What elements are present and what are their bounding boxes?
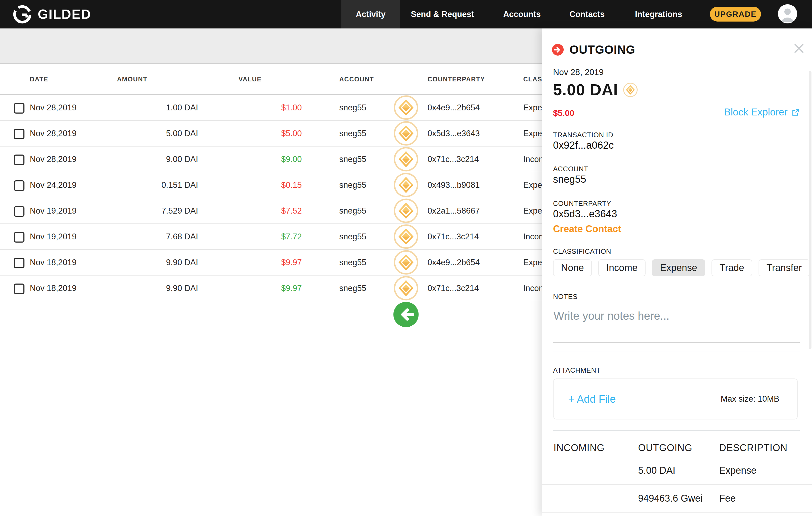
account-value: sneg55: [553, 174, 586, 185]
counterparty-label: COUNTERPARTY: [553, 199, 611, 208]
ledger-col-description: DESCRIPTION: [719, 440, 787, 456]
panel-scrollbar[interactable]: [809, 71, 811, 349]
cell-date: Nov 18,2019: [30, 276, 77, 301]
attachment-dropzone[interactable]: + Add File Max size: 10MB: [553, 378, 798, 420]
cell-amount: 7.529 DAI: [106, 198, 198, 223]
ledger-outgoing-cell: 5.00 DAI: [638, 457, 675, 484]
ledger-col-incoming: INCOMING: [554, 440, 605, 456]
transaction-detail-panel: OUTGOING Nov 28, 2019 5.00 DAI $5.00 Blo…: [542, 28, 812, 516]
panel-date: Nov 28, 2019: [553, 67, 604, 77]
cell-account: sneg55: [339, 250, 367, 275]
notes-underline: [553, 342, 800, 343]
cell-counterparty: 0x2a1...58667: [428, 198, 480, 223]
classification-chip-expense[interactable]: Expense: [652, 259, 705, 276]
nav-tab-integrations[interactable]: Integrations: [631, 0, 687, 28]
cell-counterparty: 0x71c...3c214: [428, 147, 479, 172]
external-link-icon: [791, 108, 800, 116]
user-avatar[interactable]: [778, 4, 797, 23]
classification-chip-none[interactable]: None: [553, 259, 592, 276]
ledger-outgoing-cell: 949463.6 Gwei: [638, 485, 702, 512]
notes-input[interactable]: [553, 309, 800, 341]
transaction-id-value: 0x92f...a062c: [553, 140, 614, 151]
row-checkbox[interactable]: [14, 103, 25, 114]
cell-amount: 1.00 DAI: [106, 95, 198, 120]
cell-counterparty: 0x4e9...2b654: [428, 250, 480, 275]
upgrade-button[interactable]: UPGRADE: [710, 7, 761, 22]
row-checkbox[interactable]: [14, 206, 25, 217]
cell-value: $9.97: [249, 250, 302, 275]
panel-amount-row: 5.00 DAI: [553, 81, 638, 99]
cell-amount: 0.151 DAI: [106, 172, 198, 198]
col-header-counterparty: COUNTERPARTY: [428, 64, 485, 94]
notes-label: NOTES: [553, 293, 578, 301]
top-nav: GILDED Activity Send & Request Accounts …: [0, 0, 812, 28]
classification-chip-transfer[interactable]: Transfer: [759, 259, 810, 276]
nav-tab-activity[interactable]: Activity: [341, 0, 400, 28]
nav-tab-accounts[interactable]: Accounts: [499, 0, 545, 28]
col-header-date: DATE: [30, 64, 49, 94]
classification-chips: None Income Expense Trade Transfer: [553, 259, 810, 276]
section-divider: [553, 352, 800, 352]
account-label: ACCOUNT: [553, 165, 588, 173]
panel-title-row: OUTGOING: [552, 43, 635, 56]
cell-value: $9.00: [249, 147, 302, 172]
outgoing-arrow-icon: [552, 44, 564, 56]
col-header-amount: AMOUNT: [117, 64, 147, 94]
add-file-link[interactable]: + Add File: [568, 379, 616, 419]
cell-counterparty: 0x5d3...e3643: [428, 121, 480, 146]
cell-date: Nov 28,2019: [30, 147, 77, 172]
cell-account: sneg55: [339, 224, 367, 249]
cell-value: $7.52: [249, 198, 302, 223]
panel-amount: 5.00 DAI: [553, 81, 618, 99]
cell-amount: 7.68 DAI: [106, 224, 198, 249]
cell-date: Nov 28,2019: [30, 95, 77, 120]
col-header-value: VALUE: [238, 64, 262, 94]
row-checkbox[interactable]: [14, 154, 25, 165]
gilded-logo[interactable]: GILDED: [12, 4, 91, 25]
cell-date: Nov 18,2019: [30, 250, 77, 275]
ledger-description-cell: Expense: [719, 457, 756, 484]
transaction-id-label: TRANSACTION ID: [553, 131, 613, 139]
gilded-activity-page: GILDED Activity Send & Request Accounts …: [0, 0, 812, 516]
close-icon[interactable]: [793, 42, 805, 55]
ledger-col-outgoing: OUTGOING: [638, 440, 692, 456]
gilded-g-logo-icon: [12, 4, 33, 25]
cell-date: Nov 24,2019: [30, 172, 77, 198]
cell-account: sneg55: [339, 276, 367, 301]
cell-counterparty: 0x71c...3c214: [428, 224, 479, 249]
ledger-row: 5.00 DAI Expense: [542, 457, 812, 485]
cell-account: sneg55: [339, 121, 367, 146]
cell-value: $7.72: [249, 224, 302, 249]
panel-fiat-value: $5.00: [553, 108, 574, 118]
create-contact-link[interactable]: Create Contact: [553, 223, 621, 235]
cell-amount: 9.90 DAI: [106, 250, 198, 275]
cell-counterparty: 0x4e9...2b654: [428, 95, 480, 120]
ledger-rows: 5.00 DAI Expense 949463.6 Gwei Fee: [542, 457, 812, 513]
row-checkbox[interactable]: [14, 180, 25, 191]
cell-date: Nov 28,2019: [30, 121, 77, 146]
block-explorer-link[interactable]: Block Explorer: [724, 107, 800, 118]
dai-token-icon: [623, 82, 638, 97]
cell-value: $9.97: [249, 276, 302, 301]
cell-counterparty: 0x493...b9081: [428, 172, 480, 198]
col-header-account: ACCOUNT: [339, 64, 374, 94]
row-checkbox[interactable]: [14, 258, 25, 268]
cell-value: $1.00: [249, 95, 302, 120]
nav-tab-contacts[interactable]: Contacts: [566, 0, 608, 28]
max-size-text: Max size: 10MB: [721, 379, 779, 419]
counterparty-value: 0x5d3...e3643: [553, 208, 617, 220]
row-checkbox[interactable]: [14, 129, 25, 139]
cell-date: Nov 19,2019: [30, 198, 77, 223]
classification-chip-income[interactable]: Income: [598, 259, 645, 276]
classification-chip-trade[interactable]: Trade: [712, 259, 752, 276]
cell-counterparty: 0x71c...3c214: [428, 276, 479, 301]
cell-account: sneg55: [339, 95, 367, 120]
nav-tab-send-request[interactable]: Send & Request: [408, 0, 477, 28]
cell-value: $5.00: [249, 121, 302, 146]
cell-amount: 9.00 DAI: [106, 147, 198, 172]
cell-amount: 5.00 DAI: [106, 121, 198, 146]
cell-account: sneg55: [339, 172, 367, 198]
row-checkbox[interactable]: [14, 232, 25, 242]
cell-account: sneg55: [339, 147, 367, 172]
row-checkbox[interactable]: [14, 284, 25, 294]
